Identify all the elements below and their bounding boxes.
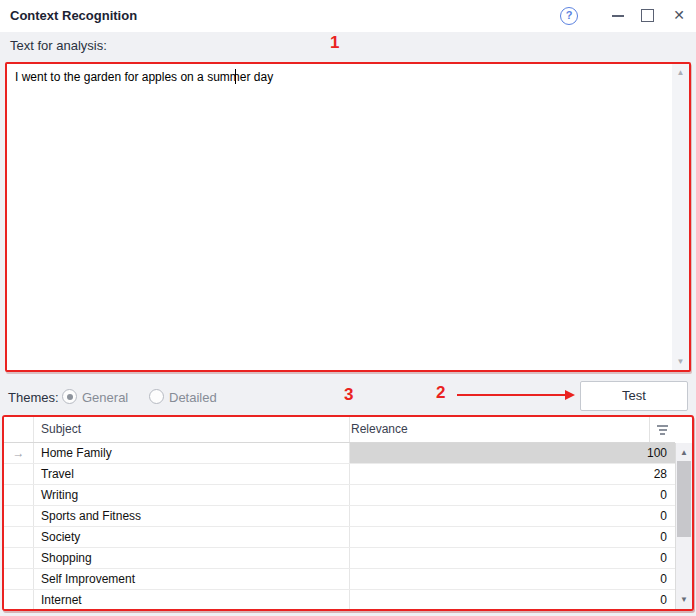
table-row[interactable]: Shopping 0 (4, 548, 675, 569)
column-header-subject[interactable]: Subject (34, 417, 350, 442)
row-indicator-header-cell (4, 417, 34, 442)
row-indicator-arrow-icon: → (4, 443, 34, 463)
annotation-arrow-head (565, 390, 575, 400)
close-icon[interactable]: ✕ (670, 5, 688, 25)
text-for-analysis-input[interactable]: I went to the garden for apples on a sum… (5, 62, 691, 372)
subject-cell[interactable]: Travel (34, 464, 350, 484)
radio-general-label: General (82, 390, 128, 405)
annotation-number-1: 1 (330, 33, 339, 53)
table-row[interactable]: Internet 0 (4, 590, 675, 611)
relevance-cell[interactable]: 0 (350, 569, 675, 589)
row-indicator-cell (4, 590, 34, 610)
filter-icon[interactable] (649, 417, 675, 442)
subject-cell[interactable]: Self Improvement (34, 569, 350, 589)
subject-cell[interactable]: Home Family (34, 443, 350, 463)
test-button[interactable]: Test (580, 381, 688, 411)
scrollbar-thumb[interactable] (677, 461, 691, 537)
textbox-scrollbar[interactable]: ▲ ▼ (672, 64, 689, 370)
results-grid: Subject Relevance → Home Family 100 Trav… (2, 415, 694, 611)
scroll-down-icon[interactable]: ▼ (676, 595, 692, 604)
table-row[interactable]: Self Improvement 0 (4, 569, 675, 590)
help-icon[interactable]: ? (560, 7, 578, 25)
minimize-icon[interactable] (610, 8, 626, 24)
relevance-cell[interactable]: 0 (350, 548, 675, 568)
relevance-header-label: Relevance (350, 417, 649, 442)
row-indicator-cell (4, 527, 34, 547)
maximize-icon[interactable] (641, 9, 654, 22)
grid-header-row: Subject Relevance (4, 417, 675, 443)
relevance-cell[interactable]: 0 (350, 527, 675, 547)
themes-label: Themes: (8, 390, 59, 405)
annotation-number-3: 3 (344, 385, 353, 405)
column-header-relevance[interactable]: Relevance (350, 417, 675, 442)
subject-cell[interactable]: Writing (34, 485, 350, 505)
text-caret (235, 69, 236, 84)
context-recognition-dialog: Context Recognition ? ✕ Text for analysi… (0, 0, 696, 616)
row-indicator-cell (4, 506, 34, 526)
radio-detailed[interactable] (149, 389, 164, 404)
subject-cell[interactable]: Shopping (34, 548, 350, 568)
relevance-cell[interactable]: 28 (350, 464, 675, 484)
window-title: Context Recognition (10, 8, 137, 23)
table-row[interactable]: Travel 28 (4, 464, 675, 485)
title-bar: Context Recognition ? ✕ (0, 0, 696, 32)
subject-cell[interactable]: Society (34, 527, 350, 547)
annotation-arrow (457, 394, 569, 396)
table-row[interactable]: Sports and Fitness 0 (4, 506, 675, 527)
grid-scrollbar[interactable]: ▲ ▼ (675, 443, 692, 609)
radio-general[interactable] (62, 389, 77, 404)
table-row[interactable]: Society 0 (4, 527, 675, 548)
row-indicator-cell (4, 464, 34, 484)
relevance-cell[interactable]: 0 (350, 590, 675, 610)
text-for-analysis-label: Text for analysis: (10, 38, 107, 53)
scroll-up-icon[interactable]: ▲ (676, 448, 692, 457)
radio-detailed-label: Detailed (169, 390, 217, 405)
row-indicator-cell (4, 569, 34, 589)
annotation-number-2: 2 (436, 383, 445, 403)
relevance-cell[interactable]: 0 (350, 485, 675, 505)
table-row[interactable]: → Home Family 100 (4, 443, 675, 464)
relevance-cell[interactable]: 0 (350, 506, 675, 526)
scroll-down-icon[interactable]: ▼ (672, 357, 689, 366)
subject-cell[interactable]: Sports and Fitness (34, 506, 350, 526)
scroll-up-icon[interactable]: ▲ (672, 68, 689, 77)
relevance-cell[interactable]: 100 (350, 443, 675, 463)
subject-cell[interactable]: Internet (34, 590, 350, 610)
row-indicator-cell (4, 548, 34, 568)
row-indicator-cell (4, 485, 34, 505)
table-row[interactable]: Writing 0 (4, 485, 675, 506)
